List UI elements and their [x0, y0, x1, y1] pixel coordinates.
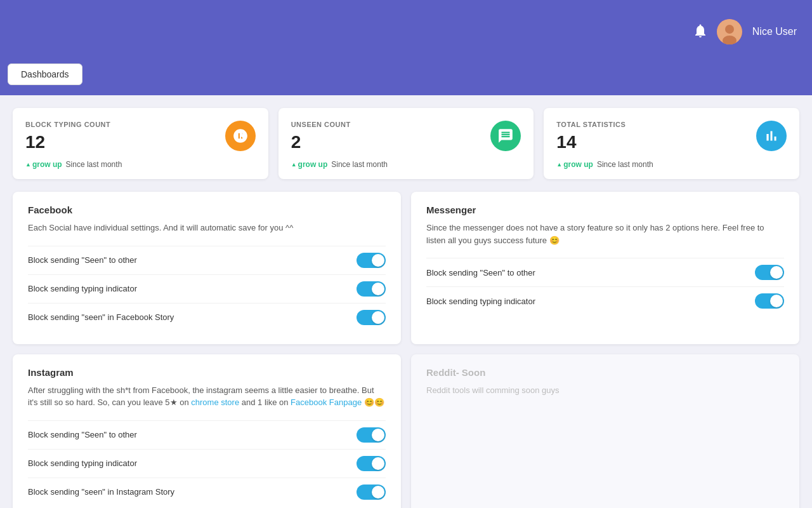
- avatar[interactable]: [717, 19, 742, 44]
- fb-toggle-story: Block sending "seen" in Facebook Story: [28, 303, 386, 331]
- reddit-title: Reddit- Soon: [426, 367, 784, 378]
- messenger-card: Messenger Since the messenger does not h…: [411, 192, 799, 344]
- stat-value-unseen: 2: [291, 132, 351, 152]
- stat-footer-block-typing: grow up Since last month: [25, 160, 256, 169]
- messenger-desc: Since the messenger does not have a stor…: [426, 222, 784, 246]
- fb-toggle-seen-label: Block sending "Seen" to other: [28, 255, 137, 265]
- stat-value-total: 14: [556, 132, 625, 152]
- stat-card-block-typing: BLOCK TYPING COUNT 12 grow up: [13, 108, 268, 179]
- ig-toggle-typing: Block sending typing indicator: [28, 449, 386, 478]
- fb-toggle-seen: Block sending "Seen" to other: [28, 246, 386, 274]
- messenger-title: Messenger: [426, 204, 784, 215]
- stat-footer-total: grow up Since last month: [556, 160, 787, 169]
- fb-toggle-seen-switch[interactable]: [357, 253, 386, 268]
- fb-toggle-typing-label: Block sending typing indicator: [28, 284, 137, 293]
- instagram-reddit-row: Instagram After struggling with the sh*t…: [13, 354, 799, 509]
- stat-value-block-typing: 12: [25, 132, 110, 152]
- fb-toggle-story-switch[interactable]: [357, 310, 386, 325]
- stat-card-total: TOTAL STATISTICS 14 grow up Since last m…: [544, 108, 799, 179]
- dashboards-button[interactable]: Dashboards: [8, 64, 82, 85]
- ig-toggle-seen-label: Block sending "Seen" to other: [28, 430, 137, 439]
- ig-toggle-story: Block sending "seen" in Instagram Story: [28, 478, 386, 506]
- stat-label-block-typing: BLOCK TYPING COUNT: [25, 121, 110, 128]
- instagram-title: Instagram: [28, 367, 386, 378]
- stat-icon-block-typing: [225, 121, 256, 151]
- stat-card-unseen: UNSEEN COUNT 2 grow up Since last month: [278, 108, 534, 179]
- chrome-store-link[interactable]: chrome store: [191, 398, 239, 407]
- msg-toggle-typing-switch[interactable]: [755, 293, 784, 309]
- stats-row: BLOCK TYPING COUNT 12 grow up: [13, 108, 799, 179]
- facebook-desc: Each Social have individual settings. An…: [28, 222, 386, 234]
- stat-icon-total: [756, 121, 787, 151]
- fb-toggle-typing: Block sending typing indicator: [28, 274, 386, 303]
- svg-point-1: [725, 25, 734, 34]
- grow-up-link-unseen[interactable]: grow up: [291, 160, 328, 169]
- fb-toggle-typing-switch[interactable]: [357, 281, 386, 297]
- msg-toggle-typing-label: Block sending typing indicator: [426, 297, 535, 306]
- ig-toggle-typing-switch[interactable]: [357, 456, 386, 471]
- since-text-total: Since last month: [597, 160, 653, 169]
- facebook-title: Facebook: [28, 204, 386, 215]
- instagram-desc-text2: and 1 like on: [239, 398, 291, 407]
- msg-toggle-seen-label: Block sending "Seen" to other: [426, 268, 535, 277]
- stat-label-unseen: UNSEEN COUNT: [291, 121, 351, 128]
- reddit-desc: Reddit tools will comming soon guys: [426, 384, 784, 397]
- since-text-block-typing: Since last month: [66, 160, 122, 169]
- msg-toggle-typing: Block sending typing indicator: [426, 286, 784, 315]
- instagram-desc: After struggling with the sh*t from Face…: [28, 384, 386, 409]
- facebook-messenger-row: Facebook Each Social have individual set…: [13, 192, 799, 344]
- grow-up-link-block-typing[interactable]: grow up: [25, 160, 62, 169]
- main-content: BLOCK TYPING COUNT 12 grow up: [0, 95, 812, 508]
- grow-up-link-total[interactable]: grow up: [556, 160, 593, 169]
- since-text-unseen: Since last month: [331, 160, 388, 169]
- instagram-desc-emoji: 😊😊: [362, 398, 384, 407]
- stat-icon-unseen: [490, 121, 521, 151]
- ig-toggle-story-label: Block sending "seen" in Instagram Story: [28, 487, 174, 497]
- stat-label-total: TOTAL STATISTICS: [556, 121, 625, 128]
- username-label: Nice User: [752, 26, 797, 37]
- facebook-card: Facebook Each Social have individual set…: [13, 192, 401, 344]
- fb-toggle-story-label: Block sending "seen" in Facebook Story: [28, 312, 174, 322]
- ig-toggle-seen: Block sending "Seen" to other: [28, 420, 386, 449]
- ig-toggle-seen-switch[interactable]: [357, 427, 386, 443]
- msg-toggle-seen: Block sending "Seen" to other: [426, 258, 784, 286]
- msg-toggle-seen-switch[interactable]: [755, 265, 784, 280]
- nav-bar: Dashboards: [0, 64, 812, 95]
- reddit-card: Reddit- Soon Reddit tools will comming s…: [411, 354, 799, 509]
- stat-footer-unseen: grow up Since last month: [291, 160, 521, 169]
- bell-icon[interactable]: [694, 23, 707, 41]
- instagram-card: Instagram After struggling with the sh*t…: [13, 354, 401, 509]
- facebook-fanpage-link[interactable]: Facebook Fanpage: [291, 398, 362, 407]
- app-header: Nice User: [0, 0, 812, 64]
- ig-toggle-story-switch[interactable]: [357, 485, 386, 500]
- ig-toggle-typing-label: Block sending typing indicator: [28, 458, 137, 468]
